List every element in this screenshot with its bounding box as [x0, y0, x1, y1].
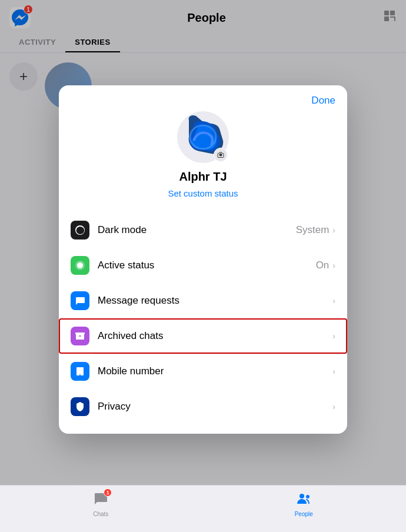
- menu-item-message-requests[interactable]: Message requests ›: [59, 283, 347, 318]
- active-status-value: On: [316, 260, 330, 271]
- mobile-number-icon: [71, 362, 89, 381]
- menu-item-privacy[interactable]: Privacy ›: [59, 389, 347, 424]
- chats-badge: 1: [104, 488, 112, 497]
- archived-chats-label: Archived chats: [98, 330, 329, 342]
- nav-item-chats[interactable]: 1 Chats: [93, 491, 108, 517]
- active-status-label: Active status: [98, 260, 316, 271]
- menu-item-dark-mode[interactable]: Dark mode System ›: [59, 212, 347, 248]
- people-nav-label: People: [295, 511, 313, 517]
- active-status-icon: [71, 256, 89, 275]
- dark-mode-value: System: [296, 224, 330, 236]
- chats-nav-icon: 1: [93, 491, 108, 510]
- svg-point-8: [219, 154, 222, 157]
- message-requests-chevron-icon: ›: [332, 296, 335, 305]
- nav-item-people[interactable]: People: [295, 491, 313, 517]
- mobile-number-chevron-icon: ›: [332, 367, 335, 376]
- svg-rect-12: [75, 332, 85, 334]
- bottom-navigation: 1 Chats People: [0, 485, 406, 532]
- message-requests-label: Message requests: [98, 295, 329, 307]
- archived-chats-chevron-icon: ›: [332, 331, 335, 341]
- active-status-chevron-icon: ›: [332, 261, 335, 270]
- people-nav-icon: [296, 491, 311, 510]
- chats-nav-label: Chats: [93, 511, 108, 517]
- done-button[interactable]: Done: [311, 95, 335, 107]
- profile-section: Alphr TJ Set custom status: [59, 111, 347, 212]
- privacy-label: Privacy: [98, 401, 329, 413]
- profile-name: Alphr TJ: [179, 170, 227, 184]
- privacy-chevron-icon: ›: [332, 402, 335, 411]
- svg-point-10: [77, 262, 83, 268]
- svg-rect-11: [76, 334, 84, 340]
- message-requests-icon: [71, 291, 89, 310]
- camera-badge-icon[interactable]: [214, 148, 228, 162]
- dark-mode-chevron-icon: ›: [332, 225, 335, 235]
- dark-mode-label: Dark mode: [98, 224, 296, 236]
- archived-chats-icon: [71, 327, 89, 345]
- profile-menu-modal: Done Alphr TJ Set custo: [59, 85, 347, 434]
- svg-point-14: [299, 494, 304, 498]
- profile-avatar-container: [177, 111, 229, 163]
- svg-point-15: [306, 495, 310, 498]
- set-custom-status-link[interactable]: Set custom status: [168, 188, 238, 198]
- privacy-icon: [71, 397, 89, 416]
- menu-item-mobile-number[interactable]: Mobile number ›: [59, 354, 347, 389]
- menu-item-archived-chats[interactable]: Archived chats ›: [59, 318, 347, 354]
- modal-header: Done: [59, 85, 347, 111]
- menu-section: Dark mode System › Active status On ›: [59, 212, 347, 434]
- mobile-number-label: Mobile number: [98, 365, 329, 377]
- menu-item-active-status[interactable]: Active status On ›: [59, 248, 347, 283]
- dark-mode-icon: [71, 221, 89, 240]
